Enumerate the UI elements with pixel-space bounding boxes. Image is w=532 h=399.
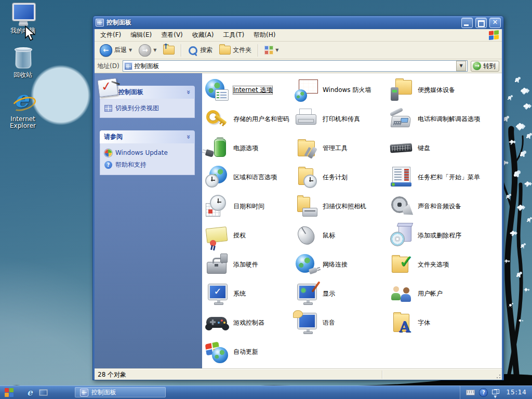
portable-media-icon	[390, 78, 413, 102]
cp-item-keyboard[interactable]: 键盘	[390, 134, 502, 163]
cp-item-label: 区域和语言选项	[233, 174, 277, 181]
scanners-cameras-icon	[295, 195, 318, 218]
taskbar-clock: 15:14	[506, 389, 527, 396]
cp-item-stored-passwords[interactable]: 存储的用户名和密码	[205, 104, 295, 134]
cp-item-label: Internet 选项	[233, 86, 272, 94]
cp-item-label: 任务栏和「开始」菜单	[418, 174, 480, 181]
cp-item-printers-faxes[interactable]: 打印机和传真	[295, 104, 390, 134]
printers-faxes-icon	[295, 108, 318, 131]
cp-item-folder-options[interactable]: 文件夹选项	[390, 250, 502, 279]
recycle-bin-icon	[10, 46, 35, 70]
cp-item-game-controllers[interactable]: 游戏控制器	[205, 308, 295, 337]
start-button[interactable]	[5, 388, 14, 397]
cp-item-licensing[interactable]: 授权	[205, 221, 295, 250]
control-panel-watermark-icon	[97, 78, 118, 97]
input-method-keyboard-icon[interactable]	[466, 390, 475, 395]
views-dropdown-icon[interactable]: ▼	[275, 48, 278, 52]
address-input[interactable]: 控制面板 ▼	[123, 60, 468, 72]
tray-help-icon[interactable]	[480, 389, 487, 396]
cp-item-add-hardware[interactable]: 添加硬件	[205, 250, 295, 279]
views-button[interactable]: ▼	[262, 45, 281, 56]
menu-item-5[interactable]: 帮助(H)	[249, 29, 280, 41]
cp-item-date-time[interactable]: 日期和时间	[205, 192, 295, 221]
chevron-icon[interactable]: »	[184, 90, 192, 94]
desktop-icon-my-computer[interactable]: 我的电脑	[3, 2, 43, 35]
go-label: 转到	[483, 62, 496, 71]
automatic-updates-icon	[205, 340, 229, 364]
desktop-icon-internet-explorer[interactable]: Internet Explorer	[3, 90, 43, 130]
system-icon	[205, 282, 229, 305]
cp-item-user-accounts[interactable]: 用户帐户	[390, 279, 502, 308]
resize-grip[interactable]	[495, 373, 501, 379]
internet-explorer-icon	[10, 90, 35, 114]
panel-see-also-header[interactable]: 请参阅 »	[100, 130, 195, 143]
back-dropdown-icon[interactable]: ▼	[129, 48, 132, 52]
up-arrow-icon: ↑	[163, 43, 169, 50]
blossom	[507, 195, 510, 198]
cp-item-admin-tools[interactable]: 管理工具	[295, 134, 390, 163]
show-desktop-icon[interactable]	[39, 389, 48, 396]
network-connections-icon	[295, 253, 318, 276]
cp-item-label: 存储的用户名和密码	[233, 115, 289, 123]
search-button[interactable]: 搜索	[185, 44, 215, 57]
cp-item-add-remove-programs[interactable]: 添加或删除程序	[390, 221, 502, 250]
sounds-audio-icon	[390, 195, 413, 218]
add-remove-programs-icon	[390, 224, 413, 247]
forward-dropdown-icon[interactable]: ▼	[153, 48, 156, 52]
cp-item-regional-language[interactable]: 区域和语言选项	[205, 163, 295, 192]
menu-item-4[interactable]: 工具(T)	[218, 29, 249, 41]
cp-item-windows-firewall[interactable]: Windows 防火墙	[295, 75, 390, 104]
close-button[interactable]: ✕	[489, 18, 501, 28]
licensing-icon	[205, 224, 229, 247]
cp-item-scheduled-tasks[interactable]: 任务计划	[295, 163, 390, 192]
cp-item-phone-modem[interactable]: 电话和调制解调器选项	[390, 104, 502, 134]
menu-item-2[interactable]: 查看(V)	[156, 29, 188, 41]
internet-explorer-icon[interactable]: e	[27, 388, 33, 397]
cp-item-label: 打印机和传真	[323, 115, 360, 123]
chevron-icon[interactable]: »	[184, 135, 192, 139]
menu-item-1[interactable]: 编辑(E)	[126, 29, 156, 41]
cp-item-taskbar-startmenu[interactable]: 任务栏和「开始」菜单	[390, 163, 502, 192]
cp-item-network-connections[interactable]: 网络连接	[295, 250, 390, 279]
cp-item-power-options[interactable]: 电源选项	[205, 134, 295, 163]
address-dropdown-button[interactable]: ▼	[456, 61, 466, 71]
windows-update-link[interactable]: Windows Update	[103, 147, 191, 159]
cp-item-label: 添加或删除程序	[418, 232, 461, 240]
cp-item-automatic-updates[interactable]: 自动更新	[205, 337, 295, 366]
menu-item-0[interactable]: 文件(F)	[96, 29, 126, 41]
title-bar[interactable]: 控制面板 ✕	[93, 16, 503, 29]
cp-item-sounds-audio[interactable]: 声音和音频设备	[390, 192, 502, 221]
cp-item-internet-options[interactable]: Internet 选项	[205, 75, 295, 104]
cp-item-system[interactable]: 系统	[205, 279, 295, 308]
panel-title: 请参阅	[104, 132, 123, 141]
game-controllers-icon	[205, 311, 229, 335]
cp-item-display[interactable]: 显示	[295, 279, 390, 308]
status-bar: 28 个对象	[95, 369, 502, 380]
display-icon	[295, 282, 318, 305]
cp-item-mouse[interactable]: 鼠标	[295, 221, 390, 250]
my-computer-icon	[10, 2, 35, 26]
minimize-button[interactable]	[461, 18, 473, 28]
menu-bar: 文件(F)编辑(E)查看(V)收藏(A)工具(T)帮助(H)	[95, 29, 502, 42]
up-button[interactable]: ↑	[161, 45, 177, 56]
cp-item-portable-media[interactable]: 便携媒体设备	[390, 75, 502, 104]
folders-button[interactable]: 文件夹	[217, 45, 254, 56]
forward-button[interactable]: → ▼	[137, 43, 158, 58]
menu-item-3[interactable]: 收藏(A)	[188, 29, 219, 41]
cp-item-label: 系统	[233, 290, 246, 298]
cp-item-scanners-cameras[interactable]: 扫描仪和照相机	[295, 192, 390, 221]
cp-item-fonts[interactable]: 字体	[390, 308, 502, 337]
switch-to-category-view-link[interactable]: 切换到分类视图	[103, 102, 191, 114]
back-icon: ←	[100, 44, 112, 57]
blossom	[515, 78, 519, 82]
taskbar-startmenu-icon	[390, 166, 413, 189]
back-button[interactable]: ← 后退 ▼	[98, 43, 134, 58]
go-button[interactable]: 转到	[471, 61, 499, 72]
tray-restore-icon[interactable]: ▼	[492, 389, 499, 395]
cp-item-speech[interactable]: 语音	[295, 308, 390, 337]
status-separator	[382, 370, 382, 379]
taskbar-task-control-panel[interactable]: 控制面板	[75, 387, 166, 397]
desktop-icon-recycle-bin[interactable]: 回收站	[3, 46, 43, 79]
help-and-support-link[interactable]: 帮助和支持	[103, 159, 191, 171]
maximize-button[interactable]	[475, 18, 487, 28]
